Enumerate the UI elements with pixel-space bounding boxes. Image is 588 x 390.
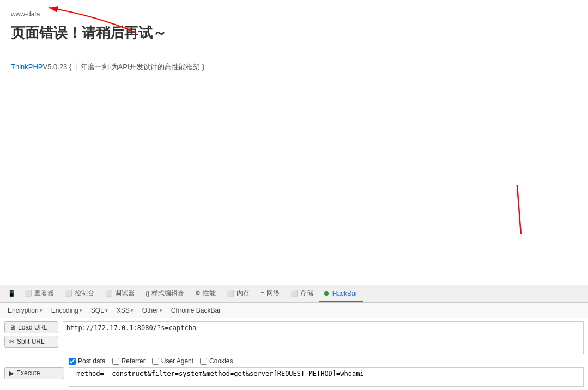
error-heading: 页面错误！请稍后再试～ — [11, 23, 577, 42]
divider — [11, 51, 577, 51]
site-title: www-data — [11, 10, 40, 18]
framework-desc: { 十年磨一剑·为API开发设计的高性能框架 } — [67, 63, 204, 71]
main-browser-content: www-data 页面错误！请稍后再试～ ThinkPHPV5.0.23 { 十… — [0, 0, 588, 234]
framework-link[interactable]: ThinkPHP — [11, 63, 43, 71]
framework-info: ThinkPHPV5.0.23 { 十年磨一剑·为API开发设计的高性能框架 } — [11, 62, 577, 72]
red-arrow-2 — [463, 174, 561, 234]
framework-version: V5.0.23 — [43, 63, 68, 71]
